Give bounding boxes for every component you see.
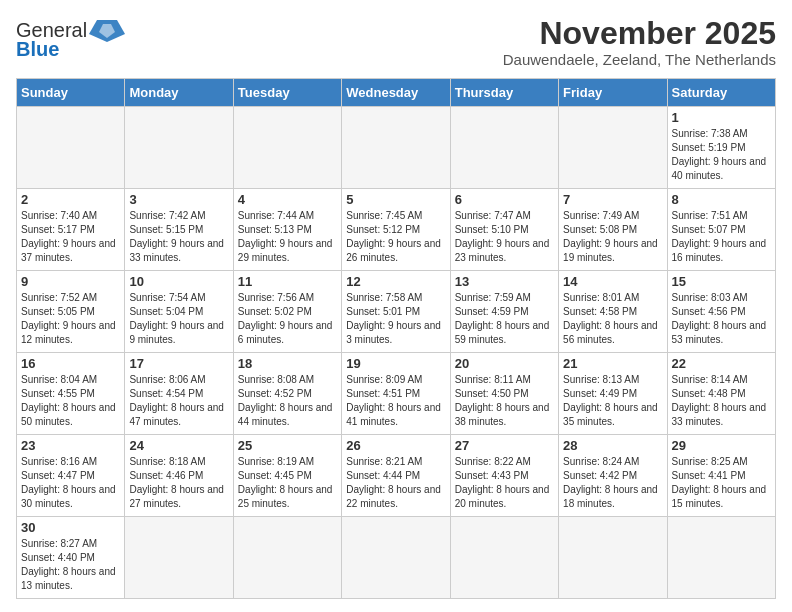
calendar-cell <box>342 517 450 599</box>
day-info: Sunrise: 7:38 AM Sunset: 5:19 PM Dayligh… <box>672 127 771 183</box>
calendar-cell: 2Sunrise: 7:40 AM Sunset: 5:17 PM Daylig… <box>17 189 125 271</box>
calendar-cell: 27Sunrise: 8:22 AM Sunset: 4:43 PM Dayli… <box>450 435 558 517</box>
day-number: 24 <box>129 438 228 453</box>
day-info: Sunrise: 8:06 AM Sunset: 4:54 PM Dayligh… <box>129 373 228 429</box>
calendar-cell: 16Sunrise: 8:04 AM Sunset: 4:55 PM Dayli… <box>17 353 125 435</box>
day-number: 30 <box>21 520 120 535</box>
day-info: Sunrise: 7:42 AM Sunset: 5:15 PM Dayligh… <box>129 209 228 265</box>
day-info: Sunrise: 7:44 AM Sunset: 5:13 PM Dayligh… <box>238 209 337 265</box>
day-info: Sunrise: 8:19 AM Sunset: 4:45 PM Dayligh… <box>238 455 337 511</box>
day-number: 1 <box>672 110 771 125</box>
day-number: 5 <box>346 192 445 207</box>
day-info: Sunrise: 7:51 AM Sunset: 5:07 PM Dayligh… <box>672 209 771 265</box>
page-title: November 2025 <box>503 16 776 51</box>
calendar-cell: 30Sunrise: 8:27 AM Sunset: 4:40 PM Dayli… <box>17 517 125 599</box>
calendar-cell <box>125 517 233 599</box>
calendar-cell: 17Sunrise: 8:06 AM Sunset: 4:54 PM Dayli… <box>125 353 233 435</box>
day-info: Sunrise: 8:01 AM Sunset: 4:58 PM Dayligh… <box>563 291 662 347</box>
day-number: 17 <box>129 356 228 371</box>
logo-blue: Blue <box>16 38 59 61</box>
logo: General Blue <box>16 16 125 61</box>
calendar-cell <box>233 107 341 189</box>
day-number: 20 <box>455 356 554 371</box>
calendar-cell: 10Sunrise: 7:54 AM Sunset: 5:04 PM Dayli… <box>125 271 233 353</box>
day-number: 4 <box>238 192 337 207</box>
calendar-table: SundayMondayTuesdayWednesdayThursdayFrid… <box>16 78 776 599</box>
day-info: Sunrise: 8:16 AM Sunset: 4:47 PM Dayligh… <box>21 455 120 511</box>
calendar-cell: 21Sunrise: 8:13 AM Sunset: 4:49 PM Dayli… <box>559 353 667 435</box>
calendar-cell: 13Sunrise: 7:59 AM Sunset: 4:59 PM Dayli… <box>450 271 558 353</box>
week-row-5: 30Sunrise: 8:27 AM Sunset: 4:40 PM Dayli… <box>17 517 776 599</box>
calendar-cell <box>233 517 341 599</box>
day-info: Sunrise: 8:25 AM Sunset: 4:41 PM Dayligh… <box>672 455 771 511</box>
calendar-cell: 25Sunrise: 8:19 AM Sunset: 4:45 PM Dayli… <box>233 435 341 517</box>
calendar-cell <box>125 107 233 189</box>
calendar-cell: 1Sunrise: 7:38 AM Sunset: 5:19 PM Daylig… <box>667 107 775 189</box>
calendar-cell: 5Sunrise: 7:45 AM Sunset: 5:12 PM Daylig… <box>342 189 450 271</box>
day-number: 19 <box>346 356 445 371</box>
day-number: 13 <box>455 274 554 289</box>
weekday-header-friday: Friday <box>559 79 667 107</box>
day-number: 29 <box>672 438 771 453</box>
day-number: 14 <box>563 274 662 289</box>
calendar-cell <box>667 517 775 599</box>
calendar-cell: 28Sunrise: 8:24 AM Sunset: 4:42 PM Dayli… <box>559 435 667 517</box>
weekday-header-saturday: Saturday <box>667 79 775 107</box>
day-number: 8 <box>672 192 771 207</box>
calendar-cell: 9Sunrise: 7:52 AM Sunset: 5:05 PM Daylig… <box>17 271 125 353</box>
day-info: Sunrise: 8:24 AM Sunset: 4:42 PM Dayligh… <box>563 455 662 511</box>
calendar-cell: 24Sunrise: 8:18 AM Sunset: 4:46 PM Dayli… <box>125 435 233 517</box>
day-info: Sunrise: 8:09 AM Sunset: 4:51 PM Dayligh… <box>346 373 445 429</box>
calendar-cell: 29Sunrise: 8:25 AM Sunset: 4:41 PM Dayli… <box>667 435 775 517</box>
calendar-cell <box>342 107 450 189</box>
day-number: 18 <box>238 356 337 371</box>
calendar-cell: 23Sunrise: 8:16 AM Sunset: 4:47 PM Dayli… <box>17 435 125 517</box>
week-row-4: 23Sunrise: 8:16 AM Sunset: 4:47 PM Dayli… <box>17 435 776 517</box>
week-row-0: 1Sunrise: 7:38 AM Sunset: 5:19 PM Daylig… <box>17 107 776 189</box>
day-number: 21 <box>563 356 662 371</box>
day-info: Sunrise: 8:03 AM Sunset: 4:56 PM Dayligh… <box>672 291 771 347</box>
day-info: Sunrise: 8:11 AM Sunset: 4:50 PM Dayligh… <box>455 373 554 429</box>
calendar-cell: 14Sunrise: 8:01 AM Sunset: 4:58 PM Dayli… <box>559 271 667 353</box>
page-subtitle: Dauwendaele, Zeeland, The Netherlands <box>503 51 776 68</box>
day-info: Sunrise: 7:47 AM Sunset: 5:10 PM Dayligh… <box>455 209 554 265</box>
page-header: General Blue November 2025 Dauwendaele, … <box>16 16 776 68</box>
weekday-header-wednesday: Wednesday <box>342 79 450 107</box>
calendar-cell <box>450 517 558 599</box>
day-number: 16 <box>21 356 120 371</box>
day-info: Sunrise: 7:45 AM Sunset: 5:12 PM Dayligh… <box>346 209 445 265</box>
day-number: 3 <box>129 192 228 207</box>
calendar-cell: 18Sunrise: 8:08 AM Sunset: 4:52 PM Dayli… <box>233 353 341 435</box>
day-info: Sunrise: 8:21 AM Sunset: 4:44 PM Dayligh… <box>346 455 445 511</box>
day-number: 7 <box>563 192 662 207</box>
week-row-1: 2Sunrise: 7:40 AM Sunset: 5:17 PM Daylig… <box>17 189 776 271</box>
calendar-cell: 4Sunrise: 7:44 AM Sunset: 5:13 PM Daylig… <box>233 189 341 271</box>
weekday-header-sunday: Sunday <box>17 79 125 107</box>
day-number: 9 <box>21 274 120 289</box>
calendar-cell: 11Sunrise: 7:56 AM Sunset: 5:02 PM Dayli… <box>233 271 341 353</box>
day-number: 23 <box>21 438 120 453</box>
day-info: Sunrise: 7:56 AM Sunset: 5:02 PM Dayligh… <box>238 291 337 347</box>
weekday-header-tuesday: Tuesday <box>233 79 341 107</box>
calendar-cell: 15Sunrise: 8:03 AM Sunset: 4:56 PM Dayli… <box>667 271 775 353</box>
weekday-header-monday: Monday <box>125 79 233 107</box>
calendar-cell <box>559 107 667 189</box>
calendar-cell: 7Sunrise: 7:49 AM Sunset: 5:08 PM Daylig… <box>559 189 667 271</box>
calendar-cell: 19Sunrise: 8:09 AM Sunset: 4:51 PM Dayli… <box>342 353 450 435</box>
day-number: 25 <box>238 438 337 453</box>
calendar-cell <box>559 517 667 599</box>
day-info: Sunrise: 7:49 AM Sunset: 5:08 PM Dayligh… <box>563 209 662 265</box>
day-info: Sunrise: 7:59 AM Sunset: 4:59 PM Dayligh… <box>455 291 554 347</box>
logo-icon <box>87 16 125 44</box>
calendar-cell: 3Sunrise: 7:42 AM Sunset: 5:15 PM Daylig… <box>125 189 233 271</box>
week-row-2: 9Sunrise: 7:52 AM Sunset: 5:05 PM Daylig… <box>17 271 776 353</box>
day-number: 10 <box>129 274 228 289</box>
day-info: Sunrise: 8:14 AM Sunset: 4:48 PM Dayligh… <box>672 373 771 429</box>
calendar-cell: 6Sunrise: 7:47 AM Sunset: 5:10 PM Daylig… <box>450 189 558 271</box>
day-info: Sunrise: 7:40 AM Sunset: 5:17 PM Dayligh… <box>21 209 120 265</box>
weekday-header-thursday: Thursday <box>450 79 558 107</box>
calendar-cell: 22Sunrise: 8:14 AM Sunset: 4:48 PM Dayli… <box>667 353 775 435</box>
calendar-cell <box>17 107 125 189</box>
calendar-cell: 26Sunrise: 8:21 AM Sunset: 4:44 PM Dayli… <box>342 435 450 517</box>
day-number: 28 <box>563 438 662 453</box>
